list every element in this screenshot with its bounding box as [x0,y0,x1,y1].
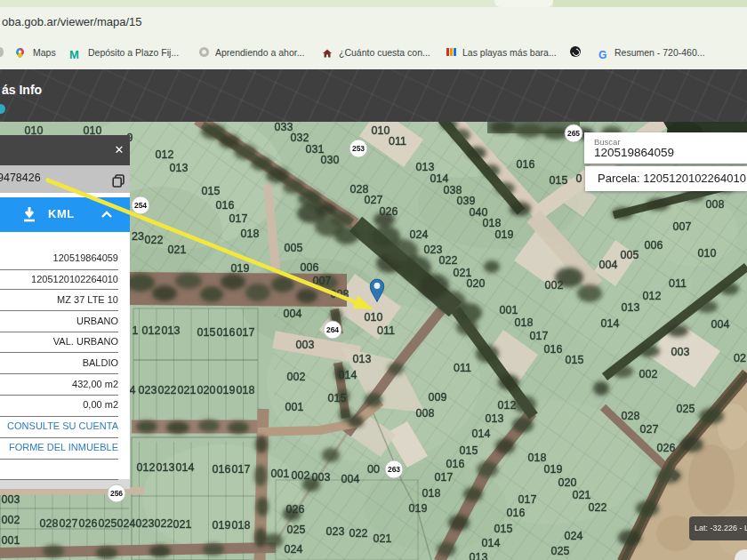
svg-text:011: 011 [389,135,406,148]
svg-text:018: 018 [422,487,441,500]
svg-text:013: 013 [470,551,488,560]
svg-text:008: 008 [416,407,435,420]
svg-text:023: 023 [139,384,157,396]
svg-text:018: 018 [237,384,255,396]
svg-text:020: 020 [197,384,216,396]
svg-text:018: 018 [528,452,547,464]
svg-text:021: 021 [168,244,187,256]
svg-text:004: 004 [599,259,618,271]
svg-text:025: 025 [287,524,306,536]
svg-text:015: 015 [328,392,347,404]
svg-text:025: 025 [677,403,695,415]
svg-text:001: 001 [271,468,290,480]
svg-text:021: 021 [374,532,392,545]
svg-text:018: 018 [515,316,534,329]
svg-text:016: 016 [216,199,235,212]
svg-text:015: 015 [494,523,513,535]
svg-text:019: 019 [409,502,428,515]
svg-text:015: 015 [197,326,216,339]
svg-text:013: 013 [162,324,181,337]
svg-text:001: 001 [500,304,518,316]
svg-text:009: 009 [429,391,447,404]
svg-text:026: 026 [657,442,676,454]
svg-text:024: 024 [285,543,303,556]
svg-text:024: 024 [565,530,583,542]
svg-text:013: 013 [622,301,640,314]
svg-text:022: 022 [158,384,177,396]
svg-text:023: 023 [136,517,155,530]
svg-text:008: 008 [331,288,349,300]
svg-text:012: 012 [137,461,156,474]
svg-text:013: 013 [170,162,189,174]
svg-text:016: 016 [217,326,236,339]
svg-text:021: 021 [178,384,197,396]
svg-text:015: 015 [460,444,478,457]
svg-text:016: 016 [517,158,535,171]
svg-text:022: 022 [155,517,173,530]
svg-text:022: 022 [439,254,458,267]
svg-text:002: 002 [639,368,658,380]
svg-text:1: 1 [133,324,139,337]
svg-text:007: 007 [313,275,332,287]
svg-text:030: 030 [321,154,340,166]
svg-text:011: 011 [669,277,687,290]
svg-text:019: 019 [217,384,236,396]
svg-text:010: 010 [365,311,383,324]
svg-text:014: 014 [339,369,357,381]
svg-text:012: 012 [643,290,662,302]
svg-text:006: 006 [301,261,319,274]
svg-text:017: 017 [518,493,537,506]
svg-text:011: 011 [454,362,471,374]
svg-text:004: 004 [711,318,730,331]
svg-text:001: 001 [2,534,20,547]
svg-text:017: 017 [530,330,549,342]
svg-text:016: 016 [544,343,563,356]
svg-text:014: 014 [176,461,195,474]
svg-text:017: 017 [237,326,255,339]
svg-text:018: 018 [241,228,260,240]
svg-text:014: 014 [482,537,501,549]
svg-text:015: 015 [550,174,568,187]
svg-text:021: 021 [173,518,192,531]
svg-text:016: 016 [507,507,526,519]
svg-text:011: 011 [377,324,395,337]
svg-text:012: 012 [498,399,517,412]
svg-text:015: 015 [566,354,584,366]
svg-text:022: 022 [349,527,368,540]
svg-text:002: 002 [2,514,20,526]
svg-text:014: 014 [601,317,620,330]
svg-text:013: 013 [157,461,175,474]
svg-text:002: 002 [292,469,310,482]
svg-text:02: 02 [734,352,746,364]
svg-text:014: 014 [430,172,449,185]
svg-text:021: 021 [573,489,591,501]
svg-text:012: 012 [156,148,174,161]
svg-text:005: 005 [621,249,639,261]
svg-text:022: 022 [589,501,607,514]
svg-text:019: 019 [544,463,563,476]
svg-text:020: 020 [558,476,577,489]
svg-text:004: 004 [284,308,302,320]
svg-text:019: 019 [495,228,514,241]
svg-text:026: 026 [286,503,305,516]
svg-text:024: 024 [117,517,136,530]
svg-text:010: 010 [698,247,717,260]
svg-text:014: 014 [472,428,491,440]
svg-text:012: 012 [142,324,161,337]
svg-text:013: 013 [353,353,372,365]
svg-text:025: 025 [99,517,117,530]
svg-text:005: 005 [285,242,303,254]
svg-text:010: 010 [372,124,390,137]
svg-text:004: 004 [341,473,360,485]
svg-text:028: 028 [40,517,59,530]
svg-text:024: 024 [410,228,429,241]
svg-text:23: 23 [132,230,144,243]
svg-text:4: 4 [130,384,136,396]
svg-text:039: 039 [457,195,476,207]
svg-text:0: 0 [576,172,582,185]
svg-text:003: 003 [2,493,20,506]
svg-text:013: 013 [416,161,435,173]
svg-text:003: 003 [296,339,315,351]
svg-text:002: 002 [545,279,564,292]
svg-text:013: 013 [486,412,504,425]
